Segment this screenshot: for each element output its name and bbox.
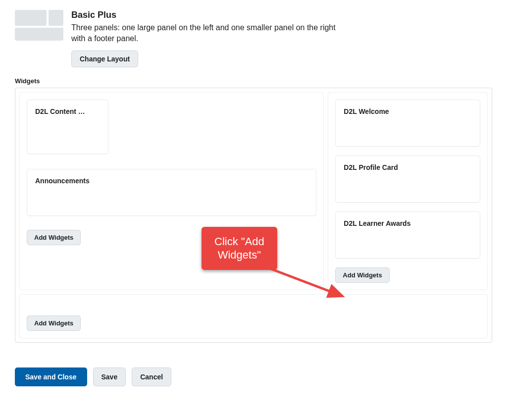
widget-title: D2L Profile Card xyxy=(344,163,398,171)
widget-card[interactable]: Announcements xyxy=(27,169,316,216)
layout-title: Basic Plus xyxy=(71,10,349,20)
cancel-button[interactable]: Cancel xyxy=(132,368,171,386)
thumb-block xyxy=(15,28,63,41)
widgets-container: D2L Content … Announcements Add Widgets … xyxy=(15,88,492,343)
widget-card[interactable]: D2L Profile Card xyxy=(335,156,480,203)
widget-title: D2L Content … xyxy=(35,107,85,115)
thumb-block xyxy=(49,10,63,26)
change-layout-button[interactable]: Change Layout xyxy=(71,51,138,67)
layout-thumbnail xyxy=(15,10,64,43)
add-widgets-button-left[interactable]: Add Widgets xyxy=(27,230,81,245)
layout-header: Basic Plus Three panels: one large panel… xyxy=(15,10,492,67)
save-button[interactable]: Save xyxy=(93,368,126,386)
right-panel: D2L Welcome D2L Profile Card D2L Learner… xyxy=(328,92,488,290)
add-widgets-button-right[interactable]: Add Widgets xyxy=(335,267,389,283)
footer-panel: Add Widgets xyxy=(19,294,488,338)
add-widgets-button-footer[interactable]: Add Widgets xyxy=(27,315,81,331)
widget-card[interactable]: D2L Content … xyxy=(27,100,108,154)
widget-title: Announcements xyxy=(35,177,90,185)
widget-title: D2L Welcome xyxy=(344,107,389,115)
widgets-heading: Widgets xyxy=(15,77,492,85)
widget-card[interactable]: D2L Learner Awards xyxy=(335,211,480,259)
widget-card[interactable]: D2L Welcome xyxy=(335,100,480,147)
layout-description: Three panels: one large panel on the lef… xyxy=(71,22,349,45)
page-actions: Save and Close Save Cancel xyxy=(15,368,492,386)
left-panel: D2L Content … Announcements Add Widgets xyxy=(19,92,324,290)
layout-info: Basic Plus Three panels: one large panel… xyxy=(71,10,349,67)
thumb-block xyxy=(15,10,47,26)
widget-title: D2L Learner Awards xyxy=(344,219,410,227)
save-and-close-button[interactable]: Save and Close xyxy=(15,368,87,386)
